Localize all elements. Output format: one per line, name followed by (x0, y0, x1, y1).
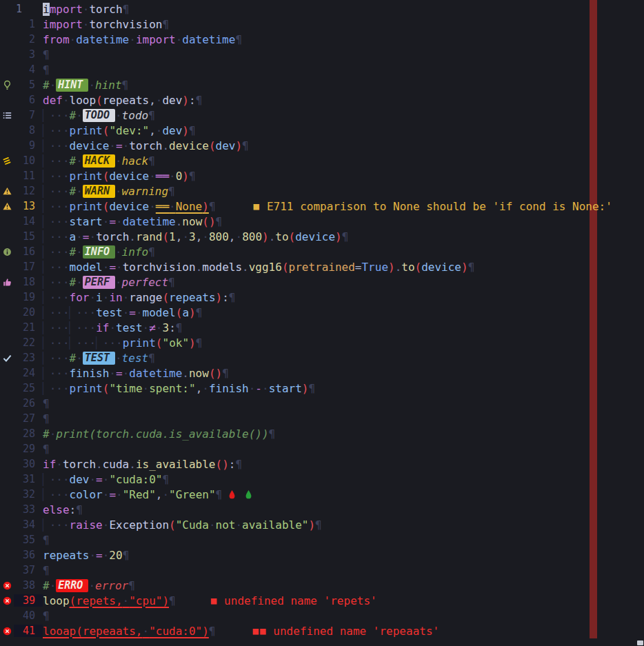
line-number[interactable]: 37 (14, 564, 39, 576)
line-number[interactable]: 10 (14, 154, 39, 167)
line-number[interactable]: 5 (14, 79, 39, 91)
line-number[interactable]: 41 (14, 625, 39, 637)
line-number[interactable]: 14 (14, 215, 39, 228)
code-line[interactable]: 16▏···#·INFO·info¶ (0, 244, 644, 259)
code-line[interactable] (0, 638, 644, 646)
code-line[interactable]: 2from·datetime·import·datetime¶ (0, 32, 644, 47)
code-line[interactable]: 20▏···▏···test·=·model(a)¶ (0, 305, 644, 320)
line-number[interactable]: 32 (14, 488, 39, 501)
line-number[interactable]: 26 (14, 397, 39, 410)
line-number[interactable]: 22 (14, 336, 39, 349)
line-number[interactable]: 34 (14, 518, 39, 531)
line-number[interactable]: 29 (14, 443, 39, 455)
todo-tag-hint: HINT (56, 79, 88, 92)
code-token: · (169, 170, 176, 183)
code-token: 3 (189, 230, 196, 243)
code-line[interactable]: 22▏···▏···▏···print("ok")¶ (0, 335, 644, 350)
code-line[interactable]: 39loop(repets,·"cpu")¶■undefined name 'r… (0, 593, 644, 608)
code-line[interactable]: 21▏···▏···if·test·≠·3:¶ (0, 320, 644, 335)
code-line[interactable]: 29¶ (0, 441, 644, 456)
code-line[interactable]: 13▏···print(device·══·None)¶■E711 compar… (0, 199, 644, 214)
code-token: ) (262, 230, 269, 243)
code-token: · (129, 33, 136, 46)
line-number[interactable]: 18 (14, 276, 39, 288)
code-token: . (395, 261, 402, 274)
code-line[interactable]: 27¶ (0, 411, 644, 426)
line-number[interactable]: 7 (14, 109, 39, 121)
line-number[interactable]: 19 (14, 291, 39, 303)
line-number[interactable]: 24 (14, 367, 39, 379)
code-line[interactable]: 34▏···raise·Exception("Cuda·not·availabl… (0, 517, 644, 532)
line-number[interactable]: 4 (14, 63, 39, 76)
line-number[interactable]: 11 (14, 170, 39, 182)
code-line[interactable]: 23▏···#·TEST·test¶ (0, 350, 644, 365)
line-number[interactable]: 27 (14, 412, 39, 425)
line-code: looap(repeaats,·"cuda:0")¶■■undefined na… (39, 623, 439, 638)
code-line[interactable]: 4¶ (0, 62, 644, 77)
line-number[interactable]: 33 (14, 503, 39, 516)
code-line[interactable]: 28#·print(torch.cuda.is_available())¶ (0, 426, 644, 441)
code-line[interactable]: 30if·torch.cuda.is_available():¶ (0, 456, 644, 472)
line-number[interactable]: 15 (14, 230, 39, 243)
code-token: test (122, 352, 149, 365)
code-line[interactable]: 18▏···#·PERF·perfect¶ (0, 274, 644, 290)
code-line[interactable]: 5#·HINT·hint¶ (0, 77, 644, 92)
code-line[interactable]: 10▏···#·HACK·hack¶ (0, 153, 644, 168)
line-number[interactable]: 6 (14, 94, 39, 106)
line-number[interactable]: 8 (14, 124, 39, 137)
code-token: · (103, 473, 110, 486)
code-line[interactable]: 24▏···finish·=·datetime.now()¶ (0, 365, 644, 381)
line-number[interactable]: 3 (14, 48, 39, 61)
line-number[interactable]: 25 (14, 382, 39, 394)
code-line[interactable]: 7▏···#·TODO·todo¶ (0, 108, 644, 123)
line-number[interactable]: 38 (14, 579, 39, 592)
code-line[interactable]: 15▏···a·=·torch.rand(1,·3,·800,·800).to(… (0, 229, 644, 244)
line-number[interactable]: 21 (14, 321, 39, 334)
code-line[interactable]: 1import·torch¶ (0, 1, 644, 17)
code-line[interactable]: 37¶ (0, 563, 644, 578)
line-number[interactable]: 9 (14, 139, 39, 152)
code-line[interactable]: 3¶ (0, 47, 644, 62)
line-number[interactable]: 20 (14, 306, 39, 319)
code-line[interactable]: 38#·ERRO·error¶ (0, 578, 644, 593)
code-line[interactable]: 31▏···dev·=·"cuda:0"¶ (0, 472, 644, 487)
code-line[interactable]: 35¶ (0, 532, 644, 547)
line-number[interactable]: 35 (14, 534, 39, 546)
code-line[interactable]: 11▏···print(device·══·0)¶ (0, 168, 644, 183)
line-number[interactable]: 28 (14, 427, 39, 440)
code-token: · (76, 230, 83, 243)
code-line[interactable]: 17▏···model·=·torchvision.models.vgg16(p… (0, 259, 644, 274)
line-number[interactable]: 39 (14, 594, 39, 607)
code-line[interactable]: 19▏···for·i·in·range(repeats):¶ (0, 290, 644, 305)
code-line[interactable]: 12▏···#·WARN·warning¶ (0, 183, 644, 199)
code-line[interactable]: 9▏···device·=·torch.device(dev)¶ (0, 138, 644, 153)
code-line[interactable]: 40¶ (0, 608, 644, 623)
code-line[interactable]: 26¶ (0, 396, 644, 411)
line-number[interactable]: 16 (14, 245, 39, 258)
line-number[interactable]: 30 (14, 458, 39, 470)
code-line[interactable]: 8▏···print("dev:",·dev)¶ (0, 123, 644, 138)
code-token: ( (202, 215, 209, 228)
line-number[interactable]: 12 (14, 185, 39, 197)
code-line[interactable]: 14▏···start·=·datetime.now()¶ (0, 214, 644, 229)
code-token: else (43, 503, 70, 516)
code-line[interactable]: 6def·loop(repeats,·dev):¶ (0, 92, 644, 108)
code-line[interactable]: 1import·torchvision¶ (0, 17, 644, 32)
line-number[interactable]: 36 (14, 549, 39, 561)
code-token: ══ (156, 200, 169, 213)
line-number[interactable]: 1 (14, 3, 39, 15)
code-line[interactable]: 33else:¶ (0, 502, 644, 517)
code-token: torchvision (123, 261, 196, 274)
code-line[interactable]: 41looap(repeaats,·"cuda:0")¶■■undefined … (0, 623, 644, 638)
line-number[interactable]: 17 (14, 261, 39, 273)
code-line[interactable]: 32▏···color·=·"Red",·"Green"¶ (0, 487, 644, 502)
line-number[interactable]: 2 (14, 33, 39, 46)
line-number[interactable]: 1 (14, 18, 39, 30)
pilcrow-eol-icon: ¶ (315, 518, 322, 532)
line-number[interactable]: 23 (14, 352, 39, 364)
code-line[interactable]: 36repeats·=·20¶ (0, 547, 644, 563)
line-number[interactable]: 40 (14, 609, 39, 622)
line-number[interactable]: 31 (14, 473, 39, 485)
line-number[interactable]: 13 (14, 200, 39, 212)
code-line[interactable]: 25▏···print("time·spent:",·finish·-·star… (0, 381, 644, 396)
